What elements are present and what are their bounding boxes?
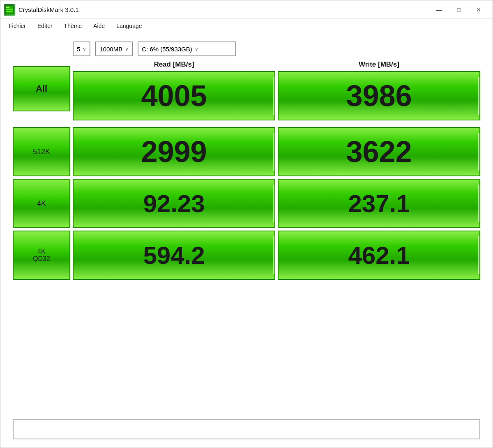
maximize-button[interactable]: □ xyxy=(450,4,468,16)
size-value: 1000MB xyxy=(99,46,122,53)
runs-value: 5 xyxy=(77,46,80,53)
cd xyxy=(273,133,274,171)
app-icon xyxy=(4,4,15,16)
4k-qd32-read-cell: 594.2 xyxy=(73,231,275,280)
app-window: CrystalDiskMark 3.0.1 — □ ✕ Fichier Edit… xyxy=(0,0,493,448)
512k-write-value: 3622 xyxy=(346,135,412,169)
cell-divider-2 xyxy=(478,77,479,115)
svg-rect-3 xyxy=(6,7,9,8)
seq-row: 4005 3986 xyxy=(73,71,480,120)
4k-read-cell: 92.23 xyxy=(73,179,275,228)
4k-write-cell: 237.1 xyxy=(278,179,480,228)
cd6 xyxy=(478,236,479,275)
menu-theme[interactable]: Thème xyxy=(59,21,87,31)
close-button[interactable]: ✕ xyxy=(470,4,488,16)
write-header: Write [MB/s] xyxy=(278,60,480,69)
menu-aide[interactable]: Aide xyxy=(88,21,110,31)
4k-read-value: 92.23 xyxy=(143,189,205,218)
svg-rect-1 xyxy=(6,9,13,10)
drive-select[interactable]: C: 6% (55/933GB) ∨ xyxy=(138,42,236,56)
512k-label: 512K xyxy=(13,127,70,176)
cd3 xyxy=(273,185,274,223)
4k-row: 4K 92.23 237.1 xyxy=(13,179,480,228)
cd4 xyxy=(478,185,479,223)
status-bar xyxy=(13,419,480,439)
minimize-button[interactable]: — xyxy=(430,4,448,16)
menu-language[interactable]: Language xyxy=(111,21,147,31)
512k-read-value: 2999 xyxy=(141,135,207,169)
menu-editer[interactable]: Editer xyxy=(32,21,58,31)
top-right: 5 ∨ 1000MB ∨ C: 6% (55/933GB) ∨ xyxy=(73,42,480,120)
cd5 xyxy=(273,236,274,275)
all-button[interactable]: All xyxy=(13,66,70,111)
size-select[interactable]: 1000MB ∨ xyxy=(95,42,133,56)
cd2 xyxy=(478,133,479,171)
svg-rect-2 xyxy=(6,11,13,12)
4k-qd32-read-value: 594.2 xyxy=(143,241,205,270)
read-header: Read [MB/s] xyxy=(73,60,275,69)
data-rows: 512K 2999 3622 4K 92.23 237.1 xyxy=(13,127,480,280)
512k-write-cell: 3622 xyxy=(278,127,480,176)
cell-divider xyxy=(273,77,274,115)
seq-write-cell: 3986 xyxy=(278,71,480,120)
4k-qd32-label-line2: QD32 xyxy=(33,255,50,263)
seq-read-value: 4005 xyxy=(141,79,207,113)
seq-read-cell: 4005 xyxy=(73,71,275,120)
title-bar-controls: — □ ✕ xyxy=(430,4,488,16)
4k-qd32-write-value: 462.1 xyxy=(348,241,410,270)
4k-qd32-label-line1: 4K xyxy=(37,248,46,255)
column-headers: Read [MB/s] Write [MB/s] xyxy=(73,60,480,69)
4k-label: 4K xyxy=(13,179,70,228)
menu-bar: Fichier Editer Thème Aide Language xyxy=(0,18,493,33)
size-arrow: ∨ xyxy=(125,46,129,52)
menu-fichier[interactable]: Fichier xyxy=(4,21,31,31)
4k-qd32-row: 4K QD32 594.2 462.1 xyxy=(13,231,480,280)
4k-qd32-label: 4K QD32 xyxy=(13,231,70,280)
drive-value: C: 6% (55/933GB) xyxy=(142,46,192,53)
4k-qd32-write-cell: 462.1 xyxy=(278,231,480,280)
512k-read-cell: 2999 xyxy=(73,127,275,176)
top-controls: 5 ∨ 1000MB ∨ C: 6% (55/933GB) ∨ xyxy=(73,42,480,56)
main-content: All 5 ∨ 1000MB ∨ C xyxy=(0,33,493,419)
title-bar-left: CrystalDiskMark 3.0.1 xyxy=(4,4,79,16)
title-bar: CrystalDiskMark 3.0.1 — □ ✕ xyxy=(0,0,493,18)
runs-arrow: ∨ xyxy=(83,46,86,52)
4k-write-value: 237.1 xyxy=(348,189,410,218)
drive-arrow: ∨ xyxy=(195,46,198,52)
runs-select[interactable]: 5 ∨ xyxy=(73,42,90,56)
window-title: CrystalDiskMark 3.0.1 xyxy=(18,6,79,13)
top-row: All 5 ∨ 1000MB ∨ C xyxy=(13,42,480,120)
seq-write-value: 3986 xyxy=(346,79,412,113)
512k-row: 512K 2999 3622 xyxy=(13,127,480,176)
